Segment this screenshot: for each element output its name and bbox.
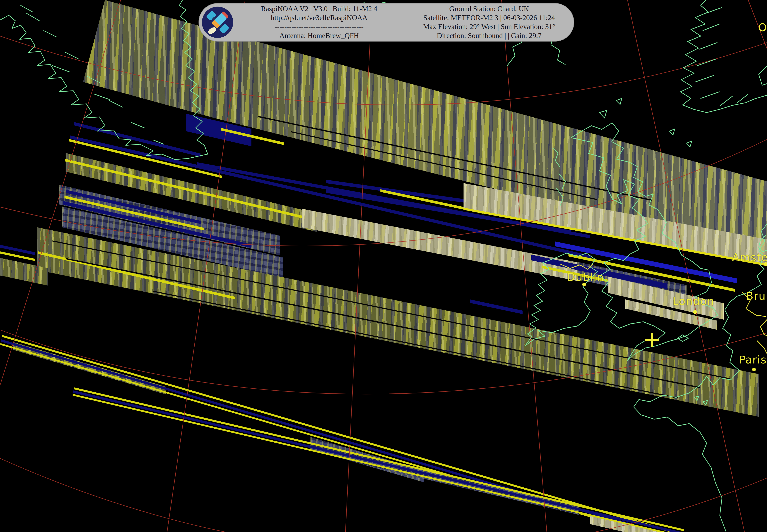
info-banner: RaspiNOAA V2 | V3.0 | Build: 11-M2 4 htt… bbox=[198, 3, 574, 42]
coastline-scottish-isles bbox=[553, 98, 692, 205]
banner-ground-station: Ground Station: Chard, UK bbox=[404, 4, 574, 13]
graticule-meridians bbox=[0, 0, 767, 532]
city-dot-dublin bbox=[582, 283, 586, 286]
banner-title: RaspiNOAA V2 | V3.0 | Build: 11-M2 4 bbox=[234, 4, 404, 13]
city-label-amste: Amste bbox=[732, 251, 767, 264]
city-label-dublin: Dublin bbox=[567, 271, 604, 283]
banner-direction-gain: Direction: Southbound | | Gain: 29.7 bbox=[404, 31, 574, 40]
banner-right-column: Ground Station: Chard, UK Satellite: MET… bbox=[404, 4, 574, 40]
city-dot-paris bbox=[752, 368, 756, 371]
map-overlay bbox=[0, 0, 767, 532]
banner-satellite: Satellite: METEOR-M2 3 | 06-03-2026 11:2… bbox=[404, 13, 574, 22]
coastline-great-britain bbox=[571, 123, 718, 361]
banner-url: http://qsl.net/ve3elb/RaspiNOAA bbox=[234, 13, 404, 22]
city-label-bru: Bru bbox=[746, 290, 766, 302]
banner-divider: ------------------------------------- bbox=[234, 22, 404, 31]
banner-elevation: Max Elevation: 29° West | Sun Elevation:… bbox=[404, 22, 574, 31]
city-label-paris: Paris bbox=[739, 354, 767, 366]
raspinoaa-satellite-logo-icon bbox=[201, 6, 234, 39]
city-label-london: London bbox=[673, 295, 715, 308]
banner-antenna: Antenna: HomeBrew_QFH bbox=[234, 31, 404, 40]
satellite-map-stage: DublinLondonAmsteBruParisO RaspiNOAA V2 … bbox=[0, 0, 767, 532]
coastline-ireland bbox=[525, 253, 597, 346]
banner-left-column: RaspiNOAA V2 | V3.0 | Build: 11-M2 4 htt… bbox=[234, 4, 404, 40]
coastline-greenland bbox=[0, 0, 208, 160]
coastline-continental-europe bbox=[634, 223, 767, 532]
city-dot-amste bbox=[764, 262, 767, 266]
city-label-o: O bbox=[758, 21, 767, 34]
marker-bar-vertical bbox=[651, 333, 653, 347]
city-dot-london bbox=[693, 310, 697, 314]
ground-station-marker bbox=[645, 333, 659, 347]
